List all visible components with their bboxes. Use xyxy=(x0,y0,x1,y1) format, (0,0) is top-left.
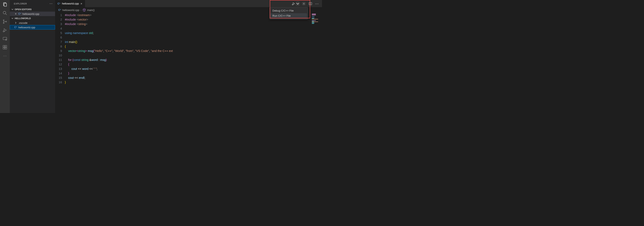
source-control-icon[interactable] xyxy=(2,19,8,24)
minimap[interactable] xyxy=(310,13,322,113)
tree-file-name: helloworld.cpp xyxy=(18,26,35,29)
svg-point-2 xyxy=(3,11,6,14)
tab-bar: C⁺ helloworld.cpp × ⋯ xyxy=(55,0,322,7)
tree-file-helloworld[interactable]: C⁺ helloworld.cpp xyxy=(10,25,55,29)
symbol-method-icon xyxy=(82,8,86,11)
additional-views-icon[interactable]: ⋯ xyxy=(2,53,8,59)
svg-marker-15 xyxy=(293,2,295,5)
sidebar-title: EXPLORER xyxy=(14,2,27,5)
svg-point-6 xyxy=(6,21,6,22)
tab-helloworld[interactable]: C⁺ helloworld.cpp × xyxy=(55,0,85,7)
editor-area: C⁺ helloworld.cpp × ⋯ C⁺ helloworld.cpp … xyxy=(55,0,322,113)
search-icon[interactable] xyxy=(2,10,8,16)
code-content[interactable]: #include <iostream>#include <vector>#inc… xyxy=(65,13,310,113)
svg-line-3 xyxy=(6,14,7,15)
cpp-file-icon: C⁺ xyxy=(58,2,60,5)
workspace-label: HELLOWORLD xyxy=(15,17,31,19)
svg-point-16 xyxy=(292,4,293,5)
svg-point-17 xyxy=(304,3,304,4)
activity-bar: ⋯ xyxy=(0,0,10,113)
sidebar-explorer: EXPLORER ⋯ OPEN EDITORS × C⁺ helloworld.… xyxy=(10,0,55,113)
svg-point-4 xyxy=(3,20,4,20)
tree-folder-name: .vscode xyxy=(18,21,28,24)
breadcrumb-file[interactable]: helloworld.cpp xyxy=(62,8,79,11)
settings-gear-icon[interactable] xyxy=(302,1,306,6)
svg-rect-13 xyxy=(5,47,7,49)
explorer-icon[interactable] xyxy=(2,2,8,7)
chevron-down-icon xyxy=(11,8,14,11)
sidebar-more-icon[interactable]: ⋯ xyxy=(49,2,53,5)
tree-folder-vscode[interactable]: .vscode xyxy=(10,20,55,25)
menu-item-debug[interactable]: Debug C/C++ File xyxy=(270,8,307,13)
svg-rect-14 xyxy=(5,45,7,47)
chevron-right-icon: › xyxy=(80,8,81,11)
remote-explorer-icon[interactable] xyxy=(2,36,8,41)
chevron-right-icon xyxy=(14,21,17,24)
svg-rect-9 xyxy=(3,37,7,40)
svg-rect-1 xyxy=(4,3,6,6)
close-icon[interactable]: × xyxy=(80,2,82,5)
line-number-gutter: 12345678910111213141516 xyxy=(55,13,65,113)
svg-marker-7 xyxy=(4,29,6,31)
breadcrumb-symbol[interactable]: main() xyxy=(87,8,94,11)
cpp-file-icon: C⁺ xyxy=(58,8,61,11)
chevron-down-icon xyxy=(11,17,14,20)
close-icon[interactable]: × xyxy=(14,12,17,15)
extensions-icon[interactable] xyxy=(2,44,8,50)
svg-rect-12 xyxy=(3,47,5,49)
run-dropdown-menu: Debug C/C++ File Run C/C++ File xyxy=(270,7,308,19)
svg-point-5 xyxy=(3,22,4,23)
workspace-header[interactable]: HELLOWORLD xyxy=(10,16,55,20)
code-editor[interactable]: 12345678910111213141516 #include <iostre… xyxy=(55,13,322,113)
menu-item-run[interactable]: Run C/C++ File xyxy=(270,13,307,18)
open-editors-label: OPEN EDITORS xyxy=(15,8,32,10)
split-editor-icon[interactable] xyxy=(308,1,312,6)
cpp-file-icon: C⁺ xyxy=(18,12,21,15)
run-dropdown-toggle[interactable] xyxy=(296,1,300,6)
run-debug-icon[interactable] xyxy=(2,27,8,33)
editor-more-icon[interactable]: ⋯ xyxy=(315,1,319,6)
cpp-file-icon: C⁺ xyxy=(14,26,17,29)
open-editors-header[interactable]: OPEN EDITORS xyxy=(10,7,55,11)
sidebar-title-row: EXPLORER ⋯ xyxy=(10,0,55,7)
editor-actions: ⋯ xyxy=(292,0,322,7)
open-editor-item[interactable]: × C⁺ helloworld.cpp xyxy=(10,11,55,16)
tab-label: helloworld.cpp xyxy=(62,2,79,5)
run-debug-button[interactable] xyxy=(292,1,300,6)
svg-rect-11 xyxy=(3,45,5,47)
open-editor-filename: helloworld.cpp xyxy=(22,12,39,15)
